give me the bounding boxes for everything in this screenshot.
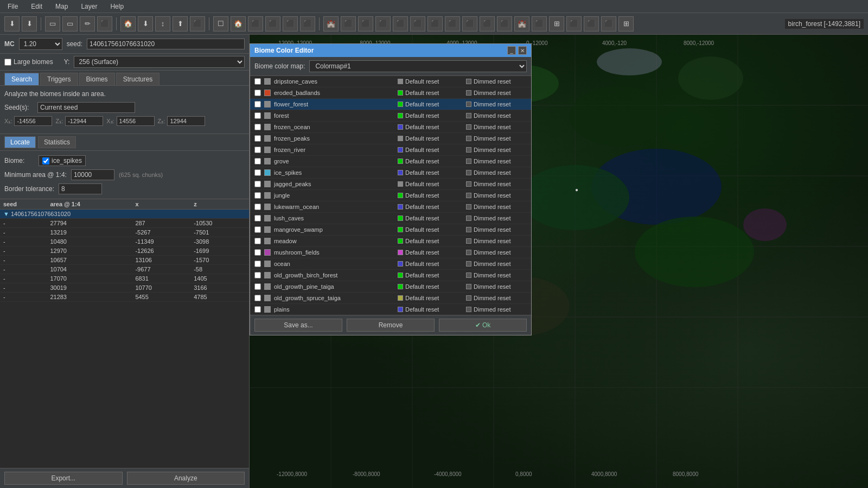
tb-btn-2[interactable]: ⬇ [22,16,37,31]
table-row[interactable]: - 10704 -9677 -58 [0,265,249,274]
biome-dimmed-btn-eroded_badlands[interactable]: Dimmed reset [462,89,527,97]
x1-input[interactable] [14,116,52,126]
biome-list-item[interactable]: jagged_peaks Default reset Dimmed reset [250,179,531,190]
biome-checkbox-lush_caves[interactable] [254,215,261,221]
menu-edit[interactable]: Edit [28,2,46,11]
tb-btn-26[interactable]: ⬛ [462,16,477,31]
seed-expand-icon[interactable]: ▼ [3,211,11,217]
large-biomes-checkbox[interactable] [4,59,11,66]
table-row[interactable]: - 10657 13106 -1570 [0,256,249,265]
biome-list-item[interactable]: frozen_ocean Default reset Dimmed reset [250,122,531,133]
biome-checkbox-plains[interactable] [254,306,261,313]
biome-swatch-lukewarm_ocean[interactable] [264,204,271,210]
dialog-minimize-btn[interactable]: _ [507,46,516,55]
biome-list-item[interactable]: ocean Default reset Dimmed reset [250,258,531,270]
biome-list-item[interactable]: frozen_peaks Default reset Dimmed reset [250,133,531,144]
dialog-close-btn[interactable]: ✕ [518,46,527,55]
menu-help[interactable]: Help [107,2,127,11]
tab-search[interactable]: Search [4,73,39,85]
biome-default-btn-jungle[interactable]: Default reset [393,192,458,199]
biome-checkbox-jagged_peaks[interactable] [254,181,261,187]
biome-default-btn-frozen_ocean[interactable]: Default reset [393,123,458,131]
biome-dimmed-btn-lush_caves[interactable]: Dimmed reset [462,214,527,222]
biome-checkbox-ice_spikes[interactable] [254,169,261,176]
table-row[interactable]: - 12970 -12626 -1699 [0,246,249,256]
biome-checkbox-mushroom_fields[interactable] [254,249,261,256]
biome-default-btn-frozen_peaks[interactable]: Default reset [393,135,458,142]
biome-checkbox-dripstone_caves[interactable] [254,78,261,85]
tb-btn-21[interactable]: ⬛ [375,16,391,31]
table-row[interactable]: - 27794 287 -10530 [0,219,249,228]
biome-swatch-plains[interactable] [264,306,271,313]
tb-btn-6[interactable]: ⬛ [97,16,112,31]
biome-default-btn-meadow[interactable]: Default reset [393,237,458,245]
biome-list-item[interactable]: jungle Default reset Dimmed reset [250,190,531,201]
tb-btn-19[interactable]: ⬛ [341,16,356,31]
biome-checkbox-container[interactable]: ice_spikes [39,155,86,166]
biome-swatch-dripstone_caves[interactable] [264,78,271,85]
biome-list-item[interactable]: eroded_badlands Default reset Dimmed res… [250,87,531,99]
biome-dimmed-btn-frozen_peaks[interactable]: Dimmed reset [462,135,527,142]
tb-btn-35[interactable]: ⊞ [618,16,634,31]
table-row[interactable]: - 17070 6831 1405 [0,274,249,283]
tb-btn-28[interactable]: ⬛ [497,16,512,31]
biome-checkbox-forest[interactable] [254,112,261,119]
biome-dimmed-btn-ocean[interactable]: Dimmed reset [462,260,527,268]
biome-swatch-frozen_peaks[interactable] [264,135,271,142]
tb-btn-31[interactable]: ⊞ [549,16,564,31]
tb-btn-18[interactable]: 🏰 [323,16,339,31]
tb-btn-17[interactable]: ⬛ [300,16,315,31]
sub-tab-statistics[interactable]: Statistics [38,136,76,148]
seeds-input[interactable] [37,102,135,113]
biome-swatch-forest[interactable] [264,112,271,119]
tb-btn-32[interactable]: ⬛ [566,16,582,31]
biome-dimmed-btn-ice_spikes[interactable]: Dimmed reset [462,169,527,176]
menu-layer[interactable]: Layer [78,2,100,11]
biome-default-btn-mushroom_fields[interactable]: Default reset [393,249,458,256]
tb-btn-1[interactable]: ⬇ [4,16,20,31]
border-input[interactable] [59,183,102,194]
tb-btn-10[interactable]: ⬆ [173,16,188,31]
biome-checkbox-old_growth_spruce_taiga[interactable] [254,295,261,301]
biome-dimmed-btn-meadow[interactable]: Dimmed reset [462,237,527,245]
biome-swatch-frozen_river[interactable] [264,147,271,153]
biome-default-btn-ocean[interactable]: Default reset [393,260,458,268]
biome-list-item[interactable]: old_growth_spruce_taiga Default reset Di… [250,293,531,304]
biome-swatch-meadow[interactable] [264,238,271,244]
results-table-wrap[interactable]: seed area @ 1:4 x z ▼ 140617561076631020… [0,199,249,468]
large-biomes-label[interactable]: Large biomes [4,58,53,66]
biome-swatch-flower_forest[interactable] [264,101,271,107]
biome-dimmed-btn-old_growth_pine_taiga[interactable]: Dimmed reset [462,283,527,290]
tb-btn-24[interactable]: ⬛ [427,16,443,31]
biome-list-item[interactable]: ice_spikes Default reset Dimmed reset [250,167,531,179]
tb-btn-7[interactable]: 🏠 [120,16,136,31]
tb-btn-14[interactable]: ⬛ [248,16,263,31]
table-row[interactable]: - 21283 5455 4785 [0,293,249,302]
biome-default-btn-lush_caves[interactable]: Default reset [393,214,458,222]
biome-dimmed-btn-flower_forest[interactable]: Dimmed reset [462,100,527,108]
tb-btn-30[interactable]: ⬛ [532,16,547,31]
biome-default-btn-plains[interactable]: Default reset [393,306,458,313]
seed-input[interactable] [87,39,245,49]
biome-dimmed-btn-dripstone_caves[interactable]: Dimmed reset [462,78,527,85]
biome-checkbox-frozen_ocean[interactable] [254,124,261,130]
biome-list-item[interactable]: mushroom_fields Default reset Dimmed res… [250,247,531,258]
biome-checkbox-eroded_badlands[interactable] [254,90,261,96]
y-select[interactable]: 256 (Surface) [74,56,245,68]
remove-button[interactable]: Remove [347,319,435,332]
biome-swatch-old_growth_pine_taiga[interactable] [264,283,271,290]
biome-swatch-jungle[interactable] [264,192,271,199]
biome-default-btn-forest[interactable]: Default reset [393,112,458,119]
table-row[interactable]: - 13219 -5267 -7501 [0,228,249,237]
analyze-button[interactable]: Analyze [127,472,245,485]
biome-swatch-old_growth_spruce_taiga[interactable] [264,295,271,301]
tab-triggers[interactable]: Triggers [40,73,78,85]
tb-btn-23[interactable]: ⬛ [410,16,425,31]
biome-swatch-grove[interactable] [264,158,271,164]
z1-input[interactable] [65,116,103,126]
biome-default-btn-mangrove_swamp[interactable]: Default reset [393,226,458,233]
biome-swatch-ocean[interactable] [264,261,271,267]
biome-dimmed-btn-frozen_river[interactable]: Dimmed reset [462,146,527,154]
save-as-button[interactable]: Save as... [254,319,342,332]
tb-btn-8[interactable]: ⬇ [138,16,153,31]
